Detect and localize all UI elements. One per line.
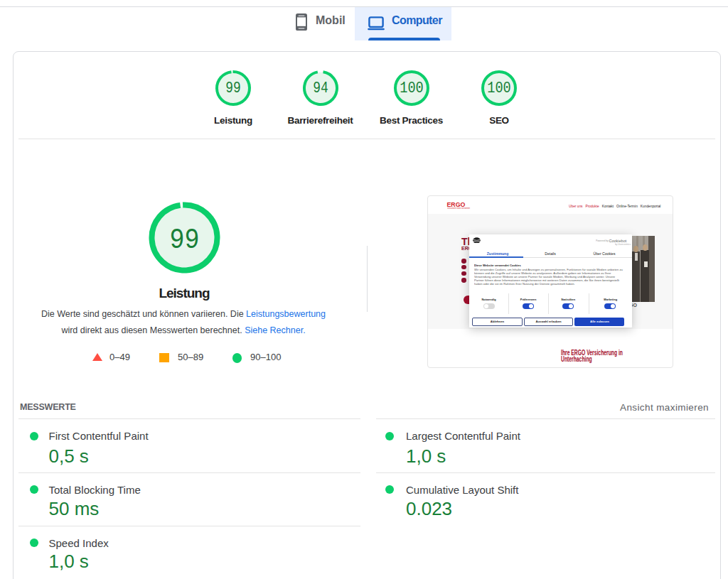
svg-text:99: 99 [225, 79, 241, 96]
svg-text:100: 100 [487, 79, 511, 96]
svg-text:99: 99 [170, 224, 200, 256]
svg-text:94: 94 [313, 79, 328, 96]
svg-text:100: 100 [400, 79, 424, 96]
